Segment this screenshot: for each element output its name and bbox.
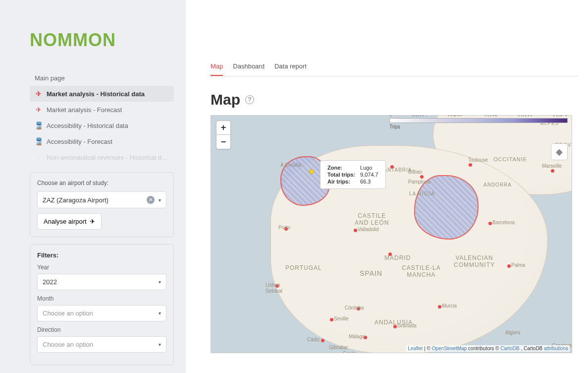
- city-dot[interactable]: [420, 175, 424, 179]
- map-tooltip: Zone:Lugo Total trips:9,074.7 Air trips:…: [320, 160, 386, 189]
- tabs: Map Dashboard Data report: [211, 60, 578, 76]
- train-icon: 🚆: [35, 122, 43, 129]
- nav-label: Non-aeronautical revenues - Historical d…: [47, 154, 168, 161]
- nav: Main page ✈ Market analysis - Historical…: [30, 70, 174, 165]
- city-dot[interactable]: [488, 222, 492, 225]
- plane-icon: ✈: [35, 106, 43, 114]
- filters-title: Filters:: [37, 251, 166, 259]
- nav-main-page[interactable]: Main page: [30, 70, 174, 86]
- tab-dashboard[interactable]: Dashboard: [233, 60, 265, 76]
- maplabel-spain: SPAIN: [360, 269, 382, 277]
- nav-non-aeronautical[interactable]: · Non-aeronautical revenues - Historical…: [30, 149, 174, 165]
- leaflet-link[interactable]: Leaflet: [408, 346, 423, 351]
- nav-market-forecast[interactable]: ✈ Market analysis - Forecast: [30, 102, 174, 118]
- maplabel-occitanie: OCCITANIE: [493, 156, 527, 162]
- month-label: Month: [37, 295, 166, 302]
- city-dot[interactable]: [507, 264, 511, 268]
- tab-map[interactable]: Map: [211, 60, 223, 76]
- city-dot[interactable]: [388, 252, 392, 256]
- city-dot[interactable]: [469, 163, 472, 167]
- nav-label: Market analysis - Historical data: [47, 90, 145, 98]
- direction-select[interactable]: Choose an option ▾: [37, 336, 166, 353]
- tab-datareport[interactable]: Data report: [274, 60, 307, 76]
- chevron-down-icon: ▾: [159, 311, 161, 316]
- airport-select-value: ZAZ (Zaragoza Airport): [43, 196, 108, 204]
- maplabel-madrid: MADRID: [384, 254, 411, 261]
- chevron-down-icon: ▾: [159, 342, 161, 347]
- chevron-down-icon: ▾: [159, 279, 161, 285]
- brand-logo: NOMMON: [30, 30, 174, 51]
- ghost-icon: ·: [35, 153, 43, 161]
- osm-link[interactable]: OpenStreetMap: [432, 346, 467, 351]
- sidebar: NOMMON Main page ✈ Market analysis - His…: [0, 0, 186, 373]
- zoom-out-button[interactable]: −: [216, 135, 230, 149]
- maplabel-portugal: PORTUGAL: [285, 264, 322, 271]
- airport-panel: Choose an airport of study: ZAZ (Zaragoz…: [30, 172, 174, 237]
- maplabel-castile-leon: CASTILE AND LEÓN: [355, 212, 389, 226]
- choropleth-aragon[interactable]: [414, 175, 479, 240]
- maplabel-andorra: ANDORRA: [483, 182, 512, 187]
- nav-label: Accessibility - Historical data: [47, 122, 128, 129]
- analyse-airport-button[interactable]: Analyse airport ✈: [37, 213, 102, 230]
- main: Map Dashboard Data report Map ? + − 0 16…: [186, 0, 588, 373]
- maplabel-castile-mancha: CASTILE-LA MANCHA: [402, 264, 441, 278]
- city-dot[interactable]: [354, 229, 357, 232]
- legend-label: Trips: [389, 124, 568, 129]
- highlight-marker[interactable]: [309, 169, 314, 174]
- maplabel-valencia: VALENCIAN COMMUNITY: [454, 254, 495, 268]
- city-dot[interactable]: [393, 325, 397, 328]
- layers-button[interactable]: ◆: [551, 143, 568, 160]
- map[interactable]: + − 0 16,634 33,268 49,902 66,536 83,170…: [211, 115, 572, 353]
- plane-icon: ✈: [35, 90, 43, 98]
- year-select[interactable]: 2022 ▾: [37, 274, 166, 290]
- filters-panel: Filters: Year 2022 ▾ Month Choose an opt…: [30, 244, 174, 365]
- attributions-link[interactable]: attributions: [544, 346, 568, 351]
- legend-scale: [389, 118, 568, 123]
- city-dot[interactable]: [551, 169, 554, 173]
- nav-label: Accessibility - Forecast: [47, 138, 112, 145]
- nav-market-historical[interactable]: ✈ Market analysis - Historical data: [30, 86, 174, 102]
- nav-label: Market analysis - Forecast: [47, 106, 122, 114]
- direction-label: Direction: [37, 326, 166, 333]
- airport-panel-title: Choose an airport of study:: [37, 180, 166, 186]
- train-icon: 🚆: [35, 137, 43, 145]
- month-select[interactable]: Choose an option ▾: [37, 305, 166, 321]
- zoom-in-button[interactable]: +: [216, 121, 230, 135]
- page-title: Map ?: [211, 91, 578, 108]
- nav-accessibility-forecast[interactable]: 🚆 Accessibility - Forecast: [30, 133, 174, 149]
- info-icon[interactable]: ?: [245, 95, 254, 104]
- legend: 0 16,634 33,268 49,902 66,536 83,170 Tri…: [389, 119, 568, 129]
- cartodb-link[interactable]: CartoDB: [500, 346, 519, 351]
- maplabel-larioja: LA RIOJA: [409, 191, 435, 196]
- nav-accessibility-historical[interactable]: 🚆 Accessibility - Historical data: [30, 118, 174, 133]
- city-dot[interactable]: [390, 165, 394, 169]
- city-dot[interactable]: [321, 339, 324, 342]
- zoom-control: + −: [216, 121, 231, 149]
- clear-icon[interactable]: ✕: [147, 196, 155, 204]
- city-dot[interactable]: [330, 318, 333, 321]
- map-attribution: Leaflet | © OpenStreetMap contributors ©…: [406, 345, 570, 352]
- map-background: PORTUGAL SPAIN CASTILE AND LEÓN MADRID C…: [211, 116, 572, 353]
- year-label: Year: [37, 264, 166, 271]
- city-dot[interactable]: [438, 305, 441, 309]
- airport-select[interactable]: ZAZ (Zaragoza Airport) ✕ ▾: [37, 191, 166, 208]
- plane-icon: ✈: [90, 218, 95, 225]
- chevron-down-icon: ▾: [159, 197, 161, 203]
